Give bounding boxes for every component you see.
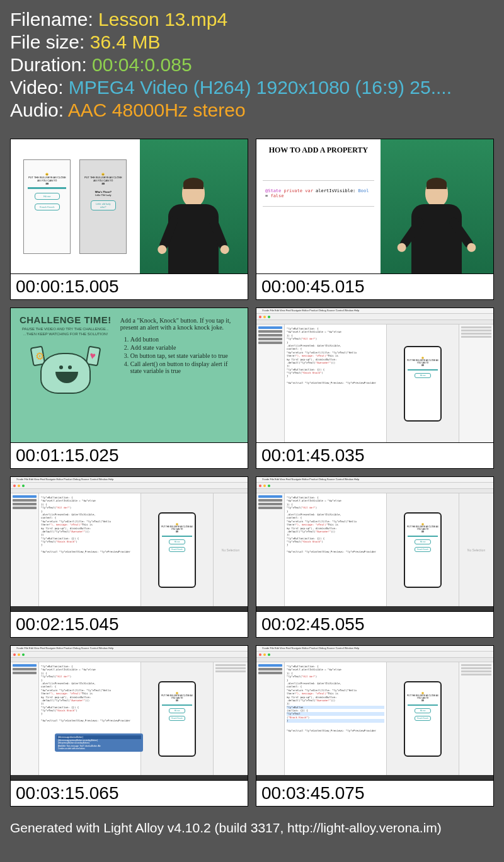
file-info-header: Filename: Lesson 13.mp4 File size: 36.4 … <box>0 0 504 129</box>
audio-label: Audio: <box>10 100 68 120</box>
thumbnail-image: Xcode File Edit View Find Navigate Edito… <box>256 307 494 443</box>
thumbnail-image: Xcode File Edit View Find Navigate Edito… <box>10 645 248 781</box>
timestamp-label: 00:03:45.075 <box>256 781 494 807</box>
thumbnail-cell: Xcode File Edit View Find Navigate Edito… <box>256 307 494 469</box>
thumbnail-cell: 😊PUT THE BULLSEYE AS CLOSE AS YOU CAN TO… <box>10 139 248 300</box>
filename-value: Lesson 13.mp4 <box>98 9 227 30</box>
thumbnail-cell: Xcode File Edit View Find Navigate Edito… <box>256 645 494 807</box>
thumbnail-image: 😊PUT THE BULLSEYE AS CLOSE AS YOU CAN TO… <box>10 139 248 274</box>
filesize-value: 36.4 MB <box>90 32 161 52</box>
audio-value: AAC 48000Hz stereo <box>68 100 246 120</box>
xcode-menubar: Xcode File Edit View Find Navigate Edito… <box>256 308 493 314</box>
filename-label: Filename: <box>10 9 98 30</box>
video-label: Video: <box>10 77 69 98</box>
duration-label: Duration: <box>10 54 92 75</box>
thumbnail-image: Xcode File Edit View Find Navigate Edito… <box>10 476 248 612</box>
audio-row: Audio: AAC 48000Hz stereo <box>10 100 494 121</box>
thumbnail-cell: Xcode File Edit View Find Navigate Edito… <box>256 476 494 638</box>
thumbnail-grid: 😊PUT THE BULLSEYE AS CLOSE AS YOU CAN TO… <box>0 129 504 817</box>
timestamp-label: 00:00:15.005 <box>10 274 248 300</box>
code-editor: "ty">Button(action: { "kw">self.alertIsV… <box>39 662 140 775</box>
thumbnail-cell: Xcode File Edit View Find Navigate Edito… <box>10 476 248 638</box>
thumbnail-image: Xcode File Edit View Find Navigate Edito… <box>256 645 494 781</box>
autocomplete-popup: (title:message:dismissButton:)(title:mes… <box>55 733 143 752</box>
timestamp-label: 00:01:15.025 <box>10 443 248 469</box>
timestamp-label: 00:00:45.015 <box>256 274 494 300</box>
duration-row: Duration: 00:04:0.085 <box>10 54 494 76</box>
timestamp-label: 00:02:45.055 <box>256 612 494 638</box>
thumbnail-cell: CHALLENGE TIME!PAUSE THE VIDEO AND TRY T… <box>10 307 248 469</box>
thumbnail-cell: Xcode File Edit View Find Navigate Edito… <box>10 645 248 807</box>
thumbnail-image: Xcode File Edit View Find Navigate Edito… <box>256 476 494 612</box>
footer-text: Generated with Light Alloy v4.10.2 (buil… <box>0 817 504 844</box>
filename-row: Filename: Lesson 13.mp4 <box>10 9 494 30</box>
thumbnail-image: CHALLENGE TIME!PAUSE THE VIDEO AND TRY T… <box>10 307 248 443</box>
code-editor: "ty">Button(action: { "kw">self.alertIsV… <box>285 325 386 442</box>
xcode-window: Xcode File Edit View Find Navigate Edito… <box>256 308 493 442</box>
code-editor: "ty">Button(action: { "kw">self.alertIsV… <box>39 493 140 606</box>
timestamp-label: 00:03:15.065 <box>10 781 248 807</box>
duration-value: 00:04:0.085 <box>92 54 192 75</box>
code-editor: "ty">Button(action: { "kw">self.alertIsV… <box>285 662 386 775</box>
timestamp-label: 00:01:45.035 <box>256 443 494 469</box>
thumbnail-cell: HOW TO ADD A PROPERTY@State private var … <box>256 139 494 300</box>
timestamp-label: 00:02:15.045 <box>10 612 248 638</box>
code-editor: "ty">Button(action: { "kw">self.alertIsV… <box>285 493 386 606</box>
thumbnail-image: HOW TO ADD A PROPERTY@State private var … <box>256 139 494 274</box>
video-row: Video: MPEG4 Video (H264) 1920x1080 (16:… <box>10 77 494 98</box>
filesize-row: File size: 36.4 MB <box>10 32 494 53</box>
video-value: MPEG4 Video (H264) 1920x1080 (16:9) 25..… <box>69 77 452 98</box>
filesize-label: File size: <box>10 32 90 52</box>
